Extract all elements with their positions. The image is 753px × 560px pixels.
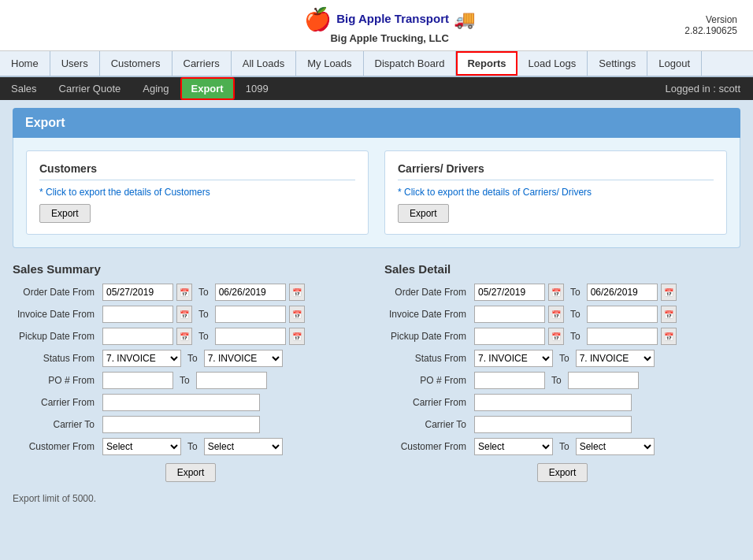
sd-order-date-to-cal[interactable]: 📅 (661, 284, 677, 301)
customers-box-title: Customers (39, 162, 355, 180)
sd-po-from[interactable] (474, 372, 545, 389)
sd-po-row: PO # From To (384, 372, 740, 389)
sd-status-row: Status From 7. INVOICE 1. QUOTE To 7. IN… (384, 350, 740, 367)
sd-status-to[interactable]: 7. INVOICE 1. QUOTE (576, 350, 655, 367)
carriers-export-button[interactable]: Export (398, 204, 449, 223)
sd-invoice-date-to[interactable] (587, 306, 658, 323)
export-title: Export (13, 108, 740, 138)
nav-load-logs[interactable]: Load Logs (517, 51, 588, 76)
customers-box: Customers * Click to export the details … (26, 150, 369, 235)
sd-pickup-date-from-cal[interactable]: 📅 (548, 328, 564, 345)
ss-carrier-to-label: Carrier To (13, 419, 99, 430)
ss-po-from[interactable] (102, 372, 173, 389)
nav-customers[interactable]: Customers (100, 51, 172, 76)
ss-invoice-date-label: Invoice Date From (13, 309, 99, 320)
subnav-export[interactable]: Export (180, 77, 235, 100)
nav-users[interactable]: Users (50, 51, 100, 76)
nav-home[interactable]: Home (0, 51, 50, 76)
ss-po-label: PO # From (13, 375, 99, 386)
ss-order-date-from[interactable] (102, 284, 173, 301)
export-top-section: Customers * Click to export the details … (13, 138, 740, 248)
version-info: Version 2.82.190625 (684, 14, 737, 36)
subnav-1099[interactable]: 1099 (235, 77, 280, 100)
ss-export-button[interactable]: Export (165, 463, 217, 482)
ss-order-date-from-cal[interactable]: 📅 (176, 284, 192, 301)
logo-area: 🍎 Big Apple Transport 🚚 Big Apple Trucki… (304, 6, 475, 44)
ss-order-date-to-cal[interactable]: 📅 (289, 284, 305, 301)
ss-po-row: PO # From To (13, 372, 369, 389)
ss-carrier-from[interactable] (102, 394, 260, 411)
nav-logout[interactable]: Logout (647, 51, 702, 76)
sd-invoice-date-row: Invoice Date From 📅 To 📅 (384, 306, 740, 323)
export-boxes: Customers * Click to export the details … (26, 150, 727, 235)
nav-my-loads[interactable]: My Loads (296, 51, 363, 76)
ss-pickup-date-to[interactable] (215, 328, 286, 345)
customers-export-button[interactable]: Export (39, 204, 91, 223)
sd-order-date-label: Order Date From (384, 287, 471, 298)
ss-pickup-date-from-cal[interactable]: 📅 (176, 328, 192, 345)
sd-order-date-to[interactable] (587, 284, 658, 301)
ss-status-to[interactable]: 7. INVOICE 1. QUOTE 2. PENDING (204, 350, 283, 367)
ss-order-date-to-label: To (195, 287, 212, 298)
sd-po-to-label: To (548, 375, 565, 386)
subnav-sales[interactable]: Sales (0, 77, 48, 100)
sd-pickup-date-from[interactable] (474, 328, 545, 345)
ss-invoice-date-to-cal[interactable]: 📅 (289, 306, 305, 323)
sd-customer-to[interactable]: Select Customer A (576, 438, 655, 455)
subnav-aging[interactable]: Aging (132, 77, 180, 100)
ss-invoice-date-from[interactable] (102, 306, 173, 323)
ss-status-label: Status From (13, 353, 99, 364)
ss-po-to-label: To (176, 375, 193, 386)
sales-detail-title: Sales Detail (384, 262, 740, 276)
sd-carrier-from-label: Carrier From (384, 397, 471, 408)
sd-invoice-date-label: Invoice Date From (384, 309, 471, 320)
apple-icon: 🍎 (304, 6, 332, 32)
carriers-hint: * Click to export the details of Carrier… (398, 187, 714, 198)
ss-pickup-date-to-cal[interactable]: 📅 (289, 328, 305, 345)
sub-nav: Sales Carrier Quote Aging Export 1099 Lo… (0, 77, 753, 100)
sd-carrier-from[interactable] (474, 394, 632, 411)
ss-order-date-to[interactable] (215, 284, 286, 301)
sd-export-button[interactable]: Export (537, 463, 588, 482)
nav-reports[interactable]: Reports (456, 51, 517, 76)
sd-order-date-to-label: To (567, 287, 584, 298)
ss-customer-label: Customer From (13, 441, 99, 452)
nav-settings[interactable]: Settings (588, 51, 647, 76)
ss-customer-from[interactable]: Select Customer A (102, 438, 181, 455)
sd-order-date-from-cal[interactable]: 📅 (548, 284, 564, 301)
sd-customer-from[interactable]: Select Customer A (474, 438, 553, 455)
sd-customer-row: Customer From Select Customer A To Selec… (384, 438, 740, 455)
sd-status-from[interactable]: 7. INVOICE 1. QUOTE (474, 350, 553, 367)
sd-invoice-date-from-cal[interactable]: 📅 (548, 306, 564, 323)
sd-invoice-date-to-cal[interactable]: 📅 (661, 306, 677, 323)
carriers-box-title: Carriers/ Drivers (398, 162, 714, 180)
ss-status-to-label: To (184, 353, 201, 364)
ss-status-from[interactable]: 7. INVOICE 1. QUOTE 2. PENDING (102, 350, 181, 367)
nav-carriers[interactable]: Carriers (172, 51, 232, 76)
sd-pickup-date-to[interactable] (587, 328, 658, 345)
ss-customer-to[interactable]: Select Customer A (204, 438, 283, 455)
ss-customer-to-label: To (184, 441, 201, 452)
brand-name: Big Apple Transport (336, 13, 449, 26)
sd-po-to[interactable] (568, 372, 639, 389)
ss-carrier-to-row: Carrier To (13, 416, 369, 433)
ss-po-to[interactable] (196, 372, 267, 389)
sd-order-date-row: Order Date From 📅 To 📅 (384, 284, 740, 301)
ss-invoice-date-from-cal[interactable]: 📅 (176, 306, 192, 323)
sd-carrier-to[interactable] (474, 416, 632, 433)
ss-pickup-date-from[interactable] (102, 328, 173, 345)
ss-invoice-date-to[interactable] (215, 306, 286, 323)
carriers-box: Carriers/ Drivers * Click to export the … (384, 150, 727, 235)
ss-pickup-date-label: Pickup Date From (13, 331, 99, 342)
subnav-carrier-quote[interactable]: Carrier Quote (48, 77, 132, 100)
sd-carrier-to-label: Carrier To (384, 419, 471, 430)
sd-customer-label: Customer From (384, 441, 471, 452)
sd-invoice-date-from[interactable] (474, 306, 545, 323)
ss-customer-row: Customer From Select Customer A To Selec… (13, 438, 369, 455)
ss-carrier-to[interactable] (102, 416, 260, 433)
sd-status-label: Status From (384, 353, 471, 364)
sd-pickup-date-to-cal[interactable]: 📅 (661, 328, 677, 345)
sd-order-date-from[interactable] (474, 284, 545, 301)
nav-all-loads[interactable]: All Loads (232, 51, 296, 76)
nav-dispatch-board[interactable]: Dispatch Board (364, 51, 457, 76)
